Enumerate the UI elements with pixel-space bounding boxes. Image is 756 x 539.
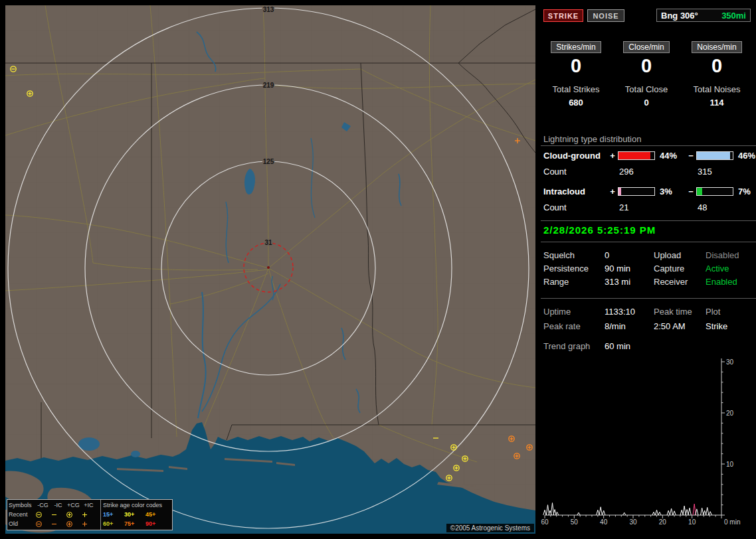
total-noises-value: 114 — [682, 98, 752, 108]
plus-icon — [81, 511, 96, 518]
settings-row: Range 313 mi Receiver Enabled — [543, 277, 752, 287]
stats-row: Uptime 1133:10 Peak time Plot — [543, 307, 752, 317]
total-close-label: Total Close — [611, 84, 682, 94]
legend-header-pos-ic: +IC — [81, 502, 96, 508]
count-label: Count — [543, 167, 607, 177]
intracloud-label: Intracloud — [543, 187, 607, 196]
trend-graph-label: Trend graph — [543, 341, 605, 351]
status-panel: STRIKE NOISE Bng 306° 350mi Strikes/min … — [541, 0, 756, 539]
squelch-value: 0 — [605, 250, 654, 260]
ic-negative-count: 48 — [696, 202, 735, 212]
legend-header-pos-cg: +CG — [66, 502, 81, 508]
bearing-distance-readout: Bng 306° 350mi — [656, 9, 751, 22]
persistence-label: Persistence — [543, 264, 605, 273]
trend-data-spikes — [543, 503, 712, 516]
noise-toggle-button[interactable]: NOISE — [587, 9, 624, 22]
uptime-value: 1133:10 — [605, 307, 654, 317]
legend-row-old-label: Old — [9, 520, 35, 527]
svg-text:40: 40 — [600, 518, 608, 526]
trend-axis-labels: 6050403020100 min302010 — [541, 358, 740, 526]
svg-text:30: 30 — [629, 518, 637, 526]
svg-text:20: 20 — [659, 518, 667, 526]
circle-minus-icon — [35, 520, 50, 528]
separator — [541, 145, 756, 146]
settings-row: Squelch 0 Upload Disabled — [543, 250, 752, 260]
close-per-min-value: 0 — [611, 55, 682, 77]
strikes-counter-column: Strikes/min 0 Total Strikes 680 — [541, 41, 611, 108]
plus-sign: + — [607, 187, 618, 196]
circle-minus-icon — [35, 511, 50, 518]
distance-value: 350mi — [721, 11, 746, 21]
intracloud-row: Intracloud + 3% − 7% — [543, 186, 756, 196]
upload-status: Disabled — [706, 250, 752, 260]
cg-negative-count: 315 — [696, 167, 735, 177]
peak-rate-value: 8/min — [605, 321, 654, 331]
total-strikes-label: Total Strikes — [541, 84, 611, 94]
upload-label: Upload — [654, 250, 706, 260]
app-window: 313 219 125 31 Symbols -CG -IC +CG +IC R… — [0, 0, 756, 539]
plus-sign: + — [607, 151, 618, 161]
noises-per-min-label: Noises/min — [692, 41, 741, 53]
uptime-label: Uptime — [543, 307, 605, 317]
ic-positive-count: 21 — [618, 202, 656, 212]
plot-value: Strike — [706, 321, 752, 331]
age-code-75: 75+ — [124, 520, 145, 527]
capture-status: Active — [706, 264, 752, 273]
total-strikes-value: 680 — [541, 98, 611, 108]
total-close-value: 0 — [611, 98, 682, 108]
bearing-value: Bng 306° — [661, 11, 698, 21]
stats-row: Peak rate 8/min 2:50 AM Strike — [543, 321, 752, 331]
legend-row-recent-label: Recent — [9, 511, 35, 518]
minus-sign: − — [686, 187, 696, 196]
ic-positive-bar-fill — [618, 188, 621, 195]
range-label: Range — [543, 277, 605, 287]
ring-label-31: 31 — [264, 239, 272, 246]
trend-axis-ticks — [545, 362, 725, 518]
peak-rate-label: Peak rate — [543, 321, 605, 331]
peak-time-value: 2:50 AM — [654, 321, 706, 331]
legend-header-neg-ic: -IC — [50, 502, 66, 508]
cg-positive-bar — [618, 151, 655, 160]
ic-negative-pct: 7% — [735, 187, 756, 196]
cloud-ground-count-row: Count 296 315 — [543, 166, 756, 177]
receiver-location-dot — [267, 266, 270, 269]
capture-label: Capture — [654, 264, 706, 273]
map-svg: 313 219 125 31 — [5, 5, 535, 534]
minus-sign: − — [686, 151, 696, 161]
distribution-heading: Lightning type distribution — [543, 134, 641, 144]
age-code-30: 30+ — [124, 511, 145, 518]
cg-positive-pct: 44% — [656, 151, 686, 161]
plus-icon — [81, 520, 96, 528]
noises-counter-column: Noises/min 0 Total Noises 114 — [682, 41, 752, 108]
svg-text:50: 50 — [571, 518, 579, 526]
strike-toggle-button[interactable]: STRIKE — [543, 9, 583, 22]
trend-graph: 6050403020100 min302010 — [541, 356, 756, 539]
squelch-label: Squelch — [543, 250, 605, 260]
noises-per-min-value: 0 — [682, 55, 752, 77]
separator — [541, 242, 756, 242]
legend-symbols-title: Symbols — [9, 502, 35, 508]
cloud-ground-row: Cloud-ground + 44% − 46% — [543, 150, 756, 161]
ic-negative-bar — [696, 187, 733, 196]
ic-positive-bar — [618, 187, 655, 196]
circle-plus-icon — [66, 520, 81, 528]
intracloud-count-row: Count 21 48 — [543, 202, 756, 212]
separator — [541, 298, 756, 299]
svg-text:60: 60 — [541, 518, 549, 526]
svg-text:20: 20 — [726, 410, 734, 417]
age-code-15: 15+ — [103, 511, 124, 518]
ic-negative-bar-fill — [697, 188, 702, 195]
count-label: Count — [543, 202, 607, 212]
svg-text:0 min: 0 min — [724, 518, 740, 526]
close-counter-column: Close/min 0 Total Close 0 — [611, 41, 682, 108]
peak-time-label: Peak time — [654, 307, 706, 317]
age-code-45: 45+ — [145, 511, 167, 518]
persistence-value: 90 min — [605, 264, 654, 273]
map-canvas[interactable]: 313 219 125 31 Symbols -CG -IC +CG +IC R… — [5, 5, 535, 534]
cloud-ground-label: Cloud-ground — [543, 151, 607, 161]
map-legend: Symbols -CG -IC +CG +IC Recent Old — [7, 499, 173, 530]
ring-label-313: 313 — [263, 6, 274, 13]
total-noises-label: Total Noises — [682, 84, 752, 94]
circle-plus-icon — [66, 511, 81, 518]
age-code-90: 90+ — [145, 520, 167, 527]
